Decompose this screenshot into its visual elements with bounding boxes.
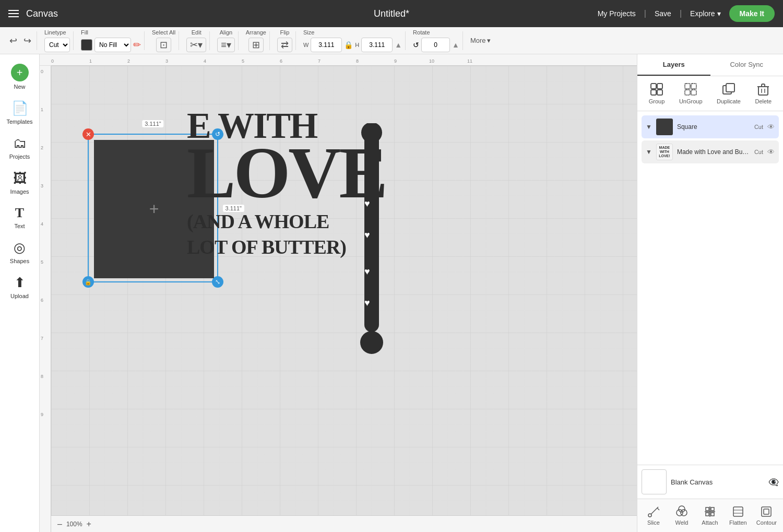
- pen-icon[interactable]: ✏: [133, 39, 141, 51]
- hidden-icon[interactable]: 👁‍🗨: [768, 477, 779, 487]
- templates-icon: 📄: [11, 100, 28, 116]
- left-sidebar: + New 📄 Templates 🗂 Projects 🖼 Images T …: [0, 54, 40, 532]
- slice-icon: [647, 505, 660, 518]
- sidebar-item-upload[interactable]: ⬆ Upload: [2, 270, 38, 303]
- svg-text:0: 0: [41, 69, 43, 74]
- svg-rect-38: [691, 90, 696, 95]
- delete-icon: [756, 82, 770, 96]
- svg-text:0: 0: [51, 58, 54, 64]
- attach-icon: [704, 505, 716, 518]
- h-label: H: [355, 42, 359, 48]
- artwork-layer-thumb: MADE WITH LOVE!: [656, 144, 673, 160]
- ungroup-tool[interactable]: UnGroup: [675, 80, 707, 107]
- sidebar-item-projects-label: Projects: [9, 153, 30, 160]
- make-it-button[interactable]: Make It: [729, 5, 775, 22]
- svg-text:9: 9: [394, 58, 397, 64]
- lock-handle[interactable]: 🔒: [82, 276, 94, 288]
- svg-text:7: 7: [41, 336, 43, 341]
- svg-text:4: 4: [204, 58, 206, 64]
- zoom-in-button[interactable]: +: [87, 519, 91, 529]
- canvas-background[interactable]: ✕ ↺ 🔒 ⤡ 3.111" 3.111" + E WIT: [51, 66, 637, 515]
- svg-text:♥: ♥: [364, 198, 370, 209]
- sidebar-item-templates[interactable]: 📄 Templates: [2, 96, 38, 129]
- rolling-pin-svg: ♥ ♥ ♥ ♥: [343, 123, 401, 374]
- canvas-area[interactable]: 0 1 2 3 4 5 6 7 8 9 10 11 0: [40, 54, 637, 532]
- sidebar-item-projects[interactable]: 🗂 Projects: [2, 131, 38, 164]
- lock-icon[interactable]: 🔒: [344, 41, 353, 49]
- svg-text:♥: ♥: [364, 230, 370, 240]
- blank-canvas-label: Blank Canvas: [671, 478, 764, 486]
- arrange-button[interactable]: ⊞: [248, 38, 264, 52]
- slice-tool[interactable]: Slice: [640, 503, 667, 528]
- duplicate-tool[interactable]: Duplicate: [713, 80, 745, 107]
- group-tool[interactable]: Group: [645, 80, 669, 107]
- linetype-select[interactable]: Cut: [44, 38, 70, 52]
- move-icon: +: [149, 199, 159, 219]
- rotate-arrow-icon: ▲: [452, 41, 459, 49]
- nav-right: My Projects | Save | Explore ▾ Make It: [598, 5, 775, 22]
- save-link[interactable]: Save: [655, 9, 671, 18]
- flatten-tool[interactable]: Flatten: [725, 503, 751, 528]
- layer-item-artwork[interactable]: ▼ MADE WITH LOVE! Made with Love and But…: [642, 140, 779, 163]
- fill-select[interactable]: No Fill: [94, 38, 131, 52]
- svg-rect-32: [657, 84, 662, 89]
- my-projects-link[interactable]: My Projects: [598, 9, 636, 18]
- tab-layers[interactable]: Layers: [637, 54, 710, 76]
- size-label: Size: [303, 29, 402, 36]
- select-all-button[interactable]: ⊡: [156, 38, 171, 52]
- rotate-label: Rotate: [413, 29, 459, 36]
- sidebar-item-new[interactable]: + New: [2, 60, 38, 94]
- duplicate-icon: [722, 82, 735, 96]
- svg-point-48: [681, 510, 687, 516]
- delete-tool[interactable]: Delete: [751, 80, 776, 107]
- tab-color-sync[interactable]: Color Sync: [710, 54, 784, 76]
- text-icon: T: [15, 205, 24, 221]
- sidebar-item-images[interactable]: 🖼 Images: [2, 166, 38, 199]
- sidebar-item-text[interactable]: T Text: [2, 201, 38, 233]
- delete-handle[interactable]: ✕: [82, 128, 94, 140]
- ungroup-icon: [684, 82, 697, 96]
- sidebar-item-text-label: Text: [14, 223, 25, 229]
- undo-button[interactable]: ↩: [7, 33, 19, 49]
- edit-button[interactable]: ✂▾: [186, 38, 206, 52]
- artwork-visibility-icon[interactable]: 👁: [767, 148, 775, 156]
- weld-icon: [675, 505, 688, 518]
- svg-text:8: 8: [356, 58, 359, 64]
- arrange-label: Arrange: [246, 29, 266, 36]
- height-input[interactable]: [361, 38, 393, 52]
- size-lock-icon[interactable]: ▲: [395, 41, 402, 49]
- bottom-tools: Slice Weld Attach: [637, 499, 783, 532]
- weld-tool[interactable]: Weld: [669, 503, 695, 528]
- width-input[interactable]: [311, 38, 342, 52]
- top-navigation: Canvas Untitled* My Projects | Save | Ex…: [0, 0, 783, 27]
- panel-tabs: Layers Color Sync: [637, 54, 783, 76]
- svg-text:11: 11: [467, 58, 472, 64]
- svg-text:6: 6: [280, 58, 282, 64]
- square-visibility-icon[interactable]: 👁: [767, 123, 775, 131]
- svg-rect-50: [706, 507, 709, 511]
- align-button[interactable]: ≡▾: [217, 38, 235, 52]
- hamburger-menu[interactable]: [8, 10, 19, 17]
- sidebar-item-shapes[interactable]: ◎ Shapes: [2, 235, 38, 268]
- flip-button[interactable]: ⇄: [277, 38, 292, 52]
- contour-icon: [760, 505, 773, 518]
- more-button[interactable]: More ▾: [470, 37, 491, 44]
- blank-canvas-layer[interactable]: Blank Canvas 👁‍🗨: [637, 465, 783, 499]
- attach-tool[interactable]: Attach: [697, 503, 723, 528]
- svg-rect-41: [758, 87, 768, 95]
- svg-text:♥: ♥: [364, 298, 370, 308]
- redo-button[interactable]: ↪: [21, 33, 33, 49]
- svg-rect-52: [706, 513, 709, 516]
- artwork-layer-tag: Cut: [754, 149, 763, 155]
- layers-section: ▼ Square Cut 👁 ▼ MADE WITH LOVE! Made wi…: [637, 111, 783, 465]
- document-title[interactable]: Untitled*: [374, 8, 409, 19]
- rotate-input[interactable]: [421, 38, 450, 52]
- zoom-out-button[interactable]: –: [57, 519, 62, 529]
- layer-item-square[interactable]: ▼ Square Cut 👁: [642, 115, 779, 138]
- contour-tool[interactable]: Contour: [753, 503, 780, 528]
- color-swatch[interactable]: [81, 39, 92, 51]
- explore-button[interactable]: Explore ▾: [690, 9, 720, 18]
- design-container[interactable]: ✕ ↺ 🔒 ⤡ 3.111" 3.111" + E WIT: [82, 108, 500, 499]
- projects-icon: 🗂: [13, 135, 27, 151]
- svg-rect-31: [651, 84, 656, 89]
